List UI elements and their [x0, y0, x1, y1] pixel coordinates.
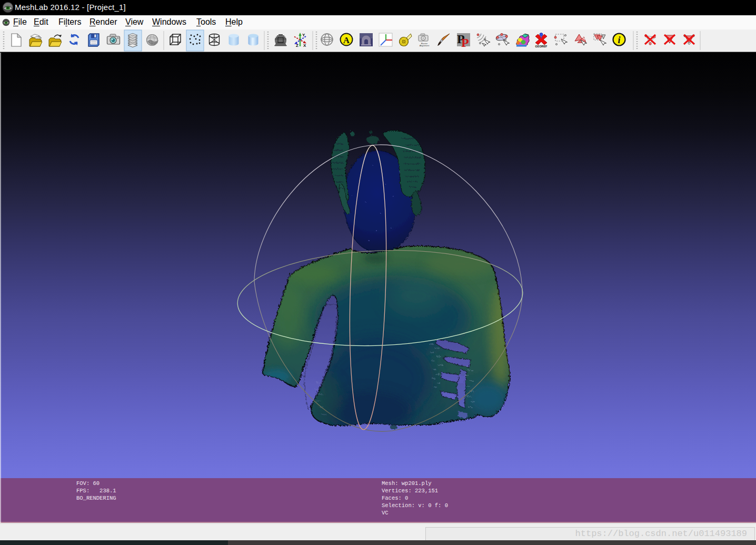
- svg-text:X: X: [303, 43, 306, 48]
- svg-text:A: A: [343, 35, 350, 45]
- svg-text:GEOREF: GEOREF: [535, 45, 548, 48]
- svg-text:i: i: [618, 35, 620, 45]
- svg-text:Alignment: Alignment: [420, 44, 430, 47]
- svg-text:P: P: [461, 36, 469, 49]
- svg-text:Y: Y: [302, 33, 305, 37]
- svg-text:Z: Z: [296, 43, 299, 48]
